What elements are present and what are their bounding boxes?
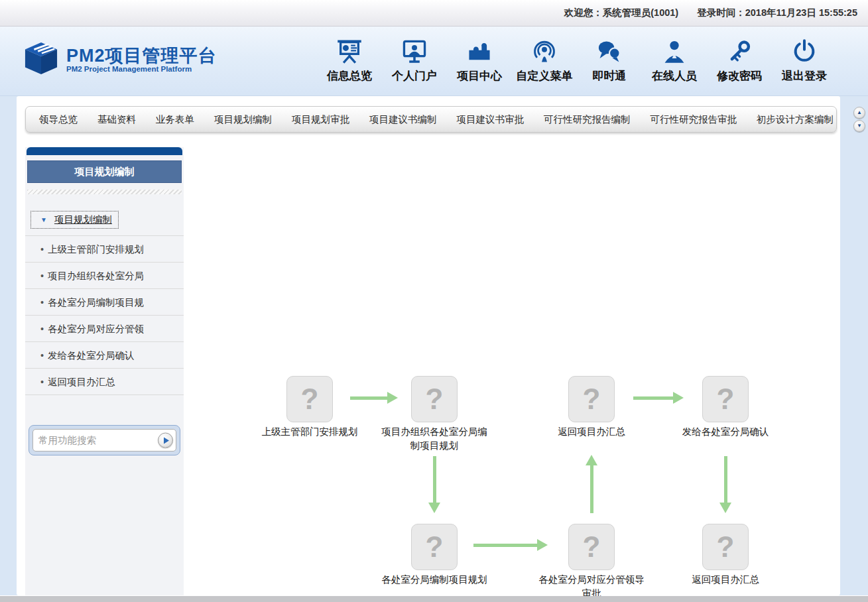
tab-scroll-up-button[interactable]: ▲ [853,107,865,119]
broken-image-placeholder-icon: ? [411,376,458,422]
logo-subtitle: PM2 Project Management Platform [66,65,217,73]
menu-item-change-password[interactable]: 修改密码 [707,34,772,84]
logo-title: PM2项目管理平台 [66,46,217,65]
menu-label: 自定义菜单 [512,68,577,84]
flow-node-label: 返回项目办汇总 [692,573,759,587]
tab-feasibility-report-approval[interactable]: 可行性研究报告审批 [651,113,737,126]
play-arrow-icon [164,437,169,444]
flow-node-label: 返回项目办汇总 [558,425,625,439]
tab-proposal-compile[interactable]: 项目建议书编制 [369,113,437,126]
content-panel: 领导总览 基础资料 业务表单 项目规划编制 项目规划审批 项目建议书编制 项目建… [17,96,840,595]
menu-label: 信息总览 [317,68,382,84]
sidebar-item-send-confirm[interactable]: 发给各处室分局确认 [25,341,184,368]
sidebar-divider-hatch [27,190,182,194]
tab-basic-data[interactable]: 基础资料 [97,113,136,126]
chat-bubbles-icon [577,34,642,65]
menu-item-instant-messenger[interactable]: 即时通 [577,34,642,84]
user-monitor-icon [382,34,447,65]
broken-image-placeholder-icon: ? [702,524,749,570]
flow-node-label: 上级主管部门安排规划 [262,425,358,439]
tab-project-planning-approval[interactable]: 项目规划审批 [292,113,349,126]
key-icon [707,34,772,65]
flow-node-send-confirm[interactable]: ? 发给各处室分局确认 [669,376,782,439]
menu-label: 退出登录 [772,68,837,84]
app-header: PM2项目管理平台 PM2 Project Management Platfor… [0,27,868,96]
welcome-text: 欢迎您：系统管理员(1001) [564,7,678,19]
flow-node-return-summary-1[interactable]: ? 返回项目办汇总 [535,376,648,439]
flow-node-label: 项目办组织各处室分局编制项目规划 [378,425,491,453]
sidebar: 项目规划编制 ▼ 项目规划编制 上级主管部门安排规划 项目办组织各处室分局 各处… [25,147,184,595]
broken-image-placeholder-icon: ? [568,376,615,422]
user-icon [642,34,707,65]
flow-node-branch-leader-approval[interactable]: ? 各处室分局对应分管领导审批 [535,524,648,601]
app-logo[interactable]: PM2项目管理平台 PM2 Project Management Platfor… [23,41,217,78]
flow-arrow-n6-n3 [586,455,597,513]
podcast-icon [512,34,577,65]
tab-business-forms[interactable]: 业务表单 [156,113,194,126]
sidebar-tree-root-label: 项目规划编制 [54,213,112,226]
flow-arrow-n1-n2 [350,392,398,404]
presentation-chart-icon [317,34,382,65]
flow-node-label: 各处室分局编制项目规划 [381,573,487,587]
menu-label: 在线人员 [642,68,707,84]
tab-leader-overview[interactable]: 领导总览 [39,113,78,126]
sidebar-tree-root[interactable]: ▼ 项目规划编制 [31,211,119,229]
power-icon [772,34,837,65]
module-tab-bar: 领导总览 基础资料 业务表单 项目规划编制 项目规划审批 项目建议书编制 项目建… [25,106,837,133]
tab-preliminary-design-compile[interactable]: 初步设计方案编制 [757,113,834,126]
menu-label: 项目中心 [447,68,512,84]
chevron-down-icon: ▼ [40,217,47,223]
menu-item-project-center[interactable]: 项目中心 [447,34,512,84]
sidebar-item-return-summary[interactable]: 返回项目办汇总 [25,368,184,394]
tab-scroll-controls: ▲ ▼ [853,107,865,132]
menu-label: 个人门户 [382,68,447,84]
sidebar-item-branch-compile[interactable]: 各处室分局编制项目规 [25,288,184,315]
broken-image-placeholder-icon: ? [286,376,333,422]
menu-item-online-users[interactable]: 在线人员 [642,34,707,84]
search-go-button[interactable] [158,433,173,448]
tab-scroll-down-button[interactable]: ▼ [853,120,865,132]
flow-node-label: 发给各处室分局确认 [682,425,769,439]
broken-image-placeholder-icon: ? [568,524,615,570]
flow-arrow-n4-n7 [719,456,731,513]
menu-item-info-overview[interactable]: 信息总览 [317,34,382,84]
flow-arrow-n5-n6 [473,539,548,551]
logo-cube-icon [23,41,60,78]
menu-item-custom-menu[interactable]: 自定义菜单 [512,34,577,84]
login-time-text: 登录时间：2018年11月23日 15:55:25 [697,7,857,19]
menu-label: 修改密码 [707,68,772,84]
sidebar-item-office-organize[interactable]: 项目办组织各处室分局 [25,262,184,288]
flow-node-office-organize[interactable]: ? 项目办组织各处室分局编制项目规划 [378,376,491,453]
flow-node-return-summary-2[interactable]: ? 返回项目办汇总 [669,524,782,587]
menu-item-personal-portal[interactable]: 个人门户 [382,34,447,84]
horizontal-scrollbar[interactable] [0,596,868,602]
workflow-diagram: ? 上级主管部门安排规划 ? 项目办组织各处室分局编制项目规划 ? 返回项目办汇… [184,147,840,595]
sidebar-top-bar [27,147,182,155]
flow-node-branch-compile[interactable]: ? 各处室分局编制项目规划 [378,524,491,587]
sidebar-item-branch-leader[interactable]: 各处室分局对应分管领 [25,315,184,341]
flow-node-superior-dept-planning[interactable]: ? 上级主管部门安排规划 [253,376,366,439]
tab-project-planning-compile[interactable]: 项目规划编制 [214,113,272,126]
menu-item-logout[interactable]: 退出登录 [772,34,837,84]
flow-arrow-n2-n5 [428,456,440,513]
puzzle-icon [447,34,512,65]
search-input[interactable] [32,429,176,452]
flow-arrow-n3-n4 [633,392,684,404]
broken-image-placeholder-icon: ? [411,524,458,570]
header-menu: 信息总览 个人门户 项目中心 [317,34,837,84]
broken-image-placeholder-icon: ? [702,376,749,422]
sidebar-item-superior-dept-planning[interactable]: 上级主管部门安排规划 [25,235,184,262]
tab-proposal-approval[interactable]: 项目建议书审批 [457,113,525,126]
sidebar-title: 项目规划编制 [27,160,182,183]
tab-feasibility-report-compile[interactable]: 可行性研究报告编制 [544,113,631,126]
top-status-bar: 欢迎您：系统管理员(1001) 登录时间：2018年11月23日 15:55:2… [0,0,868,27]
menu-label: 即时通 [577,68,642,84]
function-search-widget [29,425,180,455]
sidebar-item-list: 上级主管部门安排规划 项目办组织各处室分局 各处室分局编制项目规 各处室分局对应… [25,235,184,395]
